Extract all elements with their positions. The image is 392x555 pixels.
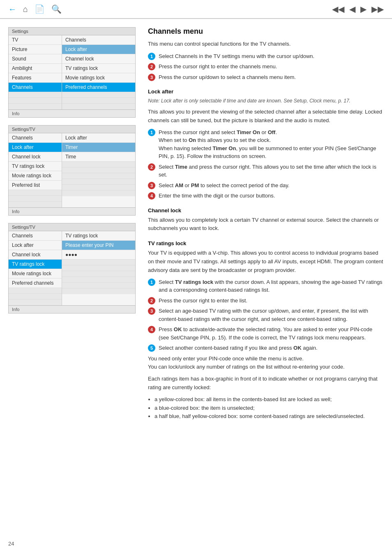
panel1-item-picture[interactable]: Picture [9,45,62,54]
settings-panel: Settings TV Picture Sound Ambilight Feat… [8,27,136,118]
tvratings-text-3: Select an age-based TV rating with the c… [159,307,384,323]
panel1-right-empty3 [62,104,135,109]
panel3-info: Info [9,305,135,313]
panel1-info: Info [9,109,135,117]
panel2-right-timer[interactable]: Timer [62,143,135,152]
step-circle-1: 1 [148,53,155,60]
tvratings-text-4: Press OK to activate/de-activate the sel… [159,325,384,341]
panel2-left-menu: Channels Lock after Channel lock TV rati… [9,133,62,207]
panel2-info: Info [9,207,135,215]
panel1-right-preferred[interactable]: Preferred channels [62,83,135,92]
panel3-item-lockafter[interactable]: Lock after [9,241,62,250]
lockafter-text-4: Enter the time with the digit or the cur… [159,192,275,200]
panel2-right-empty2 [62,167,135,173]
step-circle-3: 3 [148,74,155,81]
tvratings-step-4: 4 Press OK to activate/de-activate the s… [148,325,384,341]
lockafter-circle-1: 1 [148,129,155,136]
tvratings-text-5: Select another content-based rating if y… [159,344,318,352]
lockafter-text-2: Select Time and press the cursor right. … [159,163,384,179]
search-icon[interactable]: 🔍 [51,4,62,14]
step-text-3: Press the cursor up/down to select a cha… [159,73,296,81]
panel3-item-channellock[interactable]: Channel lock [9,250,62,260]
lockafter-note: Note: Lock after is only selectable if t… [148,97,384,104]
lockafter-circle-3: 3 [148,182,155,189]
panel1-item-features[interactable]: Features [9,73,62,83]
lockafter-step-3: 3 Select AM or PM to select the correct … [148,181,384,190]
panel2-right-empty6 [62,190,135,196]
prev-icon[interactable]: ◀ [349,4,355,14]
step-circle-2: 2 [148,63,155,70]
panel3-right-empty6 [62,288,135,294]
panel3-right-empty2 [62,265,135,271]
intro-text: This menu can control special functions … [148,40,384,48]
panel2-right-lockafter[interactable]: Lock after [62,133,135,143]
tvratings-circle-4: 4 [148,326,155,333]
panel2-item-preferred[interactable]: Preferred list [9,181,62,190]
lockafter-step-2: 2 Select Time and press the cursor right… [148,163,384,179]
step-intro-3: 3 Press the cursor up/down to select a c… [148,73,384,81]
panel1-item-ambilight[interactable]: Ambilight [9,64,62,73]
panel1-item-empty1 [9,92,62,98]
panel3-right-pin-prompt[interactable]: Please enter your PIN [62,241,135,250]
skip-fwd-icon[interactable]: ▶▶ [371,4,384,14]
step-intro-2: 2 Press the cursor right to enter the ch… [148,63,384,71]
panel1-right-lockafter[interactable]: Lock after [62,45,135,54]
tvratings-circle-2: 2 [148,297,155,304]
panel3-item-preferred[interactable]: Preferred channels [9,279,62,288]
tvratings-title: TV ratings lock [148,240,384,246]
panel1-right-empty1 [62,92,135,98]
page-number: 24 [8,541,14,547]
home-icon[interactable]: ⌂ [23,5,28,14]
channellock-body: This allows you to completely lock a cer… [148,216,384,233]
panel3-item-empty1 [9,288,62,294]
top-navigation: ← ⌂ 📄 🔍 ◀◀ ◀ ▶ ▶▶ [0,0,392,19]
panel1-item-empty3 [9,104,62,109]
panel1-right-tvratings[interactable]: TV ratings lock [62,64,135,73]
nav-left: ← ⌂ 📄 🔍 [8,4,62,14]
tvratings-circle-3: 3 [148,307,155,315]
lockafter-text-3: Select AM or PM to select the correct pe… [159,181,289,190]
panel3-item-tvratings[interactable]: TV ratings lock [9,260,62,269]
lockafter-circle-2: 2 [148,163,155,171]
panel3-right-tvratings[interactable]: TV ratings lock [62,231,135,241]
panel1-item-tv[interactable]: TV [9,35,62,45]
next-icon[interactable]: ▶ [360,4,367,14]
panel1-right-channels[interactable]: Channels [62,35,135,45]
panel3-right-empty5 [62,283,135,288]
panel3-item-movieratings[interactable]: Movie ratings lock [9,269,62,279]
panel3-right-empty1 [62,260,135,265]
panel2-right-empty4 [62,179,135,185]
document-icon[interactable]: 📄 [35,4,45,14]
panel2-item-lockafter[interactable]: Lock after [9,143,62,152]
step-intro-1: 1 Select Channels in the TV settings men… [148,52,384,60]
panel2-item-channels[interactable]: Channels [9,133,62,143]
lockafter-body1: This allows you to prevent the viewing o… [148,108,384,125]
panel1-item-sound[interactable]: Sound [9,54,62,64]
panel2-item-movieratings[interactable]: Movie ratings lock [9,171,62,181]
panel3-item-channels[interactable]: Channels [9,231,62,241]
tvratings-circle-5: 5 [148,344,155,352]
panel1-right-channellock[interactable]: Channel lock [62,54,135,64]
skip-back-icon[interactable]: ◀◀ [332,4,344,14]
panel2-item-channellock[interactable]: Channel lock [9,152,62,162]
panel1-item-channels[interactable]: Channels [9,83,62,92]
panel2-title: Settings/TV [9,125,135,133]
tvratings-text-2: Press the cursor right to enter the list… [159,297,247,305]
panel1-right-menu: Channels Lock after Channel lock TV rati… [62,35,135,109]
panel2-item-tvratings[interactable]: TV ratings lock [9,162,62,171]
tvratings-body2: You need only enter your PIN-code once w… [148,355,384,372]
panel1-right-movieratings[interactable]: Movie ratings lock [62,73,135,83]
tvratings-step-2: 2 Press the cursor right to enter the li… [148,297,384,305]
panel3-item-empty3 [9,300,62,305]
panel2-item-empty3 [9,202,62,207]
tvratings-circle-1: 1 [148,279,155,286]
panel2-right-time[interactable]: Time [62,152,135,162]
panel3-right-pin-dots[interactable]: ●●●● [62,250,135,260]
step-text-1: Select Channels in the TV settings menu … [159,52,314,60]
nav-right: ◀◀ ◀ ▶ ▶▶ [332,4,384,14]
back-icon[interactable]: ← [8,5,16,14]
panel1-item-empty2 [9,98,62,104]
lockafter-text-1: Press the cursor right and select Timer … [159,128,384,160]
tvratings-step-3: 3 Select an age-based TV rating with the… [148,307,384,323]
page-title: Channels menu [148,27,384,36]
